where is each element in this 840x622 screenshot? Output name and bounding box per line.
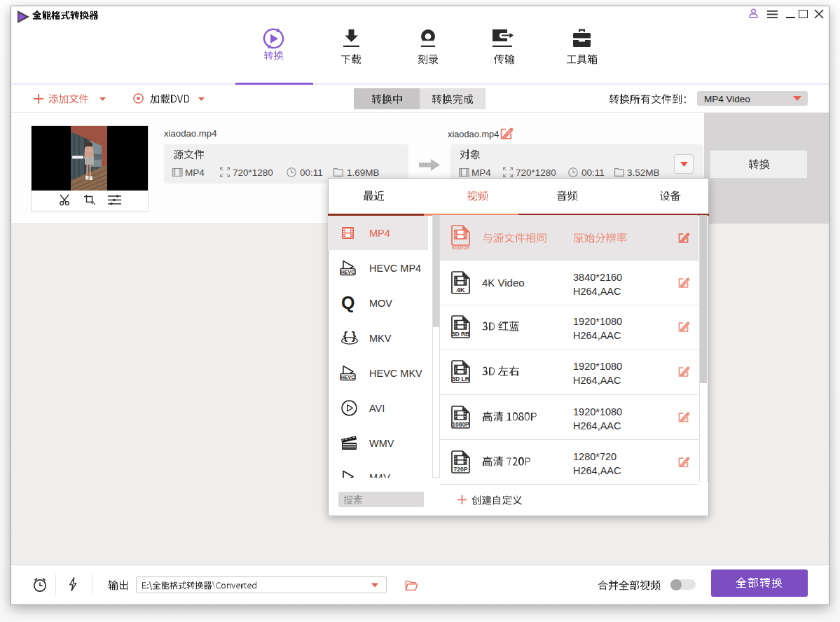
svg-text:720P: 720P [454,465,468,472]
svg-text:source: source [452,244,470,250]
svg-text:HEVC: HEVC [341,270,354,275]
svg-text:{: { [343,330,347,342]
svg-text:3D RB: 3D RB [452,330,470,337]
svg-text:}: } [352,330,356,342]
svg-text:4K: 4K [456,285,464,293]
svg-text:HEVC: HEVC [341,375,354,380]
svg-text:3D LR: 3D LR [452,375,469,382]
svg-text:1080P: 1080P [452,420,469,427]
